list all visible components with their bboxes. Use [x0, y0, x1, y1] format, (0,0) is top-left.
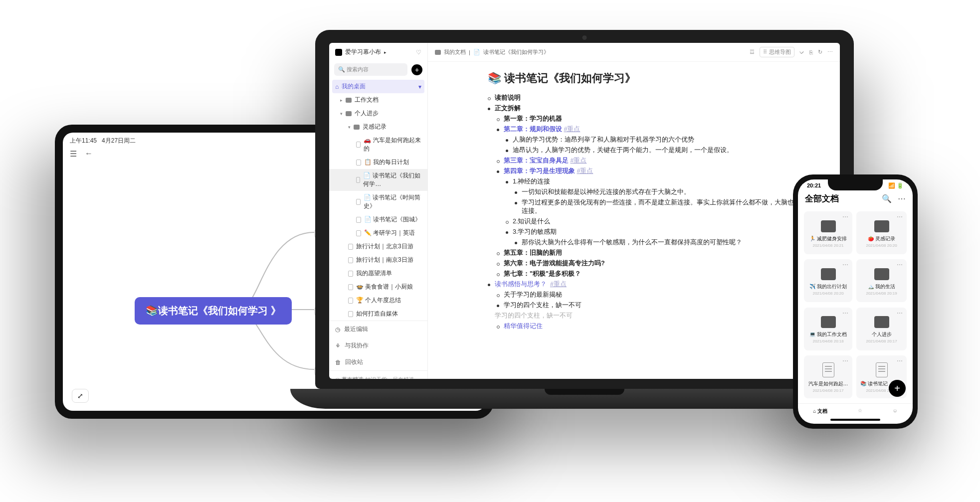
folder-icon	[874, 220, 889, 232]
phone-card[interactable]: ⋯ 💻 我的工作文档 2021/04/08 20:18	[804, 308, 852, 350]
outline-item[interactable]: 学习过程更多的是强化现有的一些连接，而不是建立新连接。事实上你就算什么都不做，大…	[515, 198, 830, 215]
doc-item[interactable]: 🍲 美食食谱｜小厨娘	[329, 280, 427, 294]
sidebar-footer[interactable]: ◎ 幕布精选 知识干货，尽在精选	[329, 370, 427, 379]
document-body[interactable]: 📚 读书笔记《我们如何学习》 读前说明 正文拆解 第一章：学习的机器 第二章：规…	[428, 62, 840, 341]
folder-work[interactable]: ▸工作文档	[329, 93, 427, 107]
phone-device: 20:21 📶 🔋 全部文档 🔍 ⋯ ⋯ 🏃 减肥健身安排 2021/04/08…	[793, 174, 918, 429]
breadcrumb[interactable]: 我的文档 | 📄 读书笔记《我们如何学习》	[435, 48, 549, 56]
outline-item[interactable]: 第七章："积极"是多积极？	[497, 270, 830, 278]
search-input[interactable]: 🔍 搜索内容	[334, 63, 407, 76]
outline-item[interactable]: 第五章：旧脑的新用	[497, 249, 830, 257]
menu-icon[interactable]: ☰	[70, 149, 77, 159]
doc-item[interactable]: 📋 我的每日计划	[329, 156, 427, 169]
outline-item[interactable]: 关于学习的最新揭秘	[497, 291, 830, 299]
refresh-icon[interactable]: ↻	[818, 49, 822, 55]
list-toggle-icon[interactable]: ☲	[750, 49, 755, 55]
more-icon[interactable]: ⋯	[827, 49, 833, 55]
card-more-icon[interactable]: ⋯	[897, 261, 903, 268]
more-icon[interactable]: ⋯	[898, 194, 906, 203]
outline-item[interactable]: 人脑的学习优势：迪昂列举了和人脑相对于机器学习的六个优势	[506, 136, 830, 144]
doc-icon	[876, 362, 888, 377]
outline-item[interactable]: 第三章：宝宝自身具足 #重点	[497, 157, 830, 165]
doc-item[interactable]: 🏆 个人年度总结	[329, 294, 427, 307]
doc-item-active[interactable]: 📄 读书笔记《我们如何学…	[329, 169, 427, 191]
card-more-icon[interactable]: ⋯	[842, 213, 848, 220]
card-date: 2021/04/08 20:19	[866, 291, 897, 296]
outline-note: 学习的四个支柱，缺一不可	[488, 312, 830, 320]
doc-item[interactable]: ✏️ 考研学习｜英语	[329, 226, 427, 240]
tablet-time: 上午11:45	[70, 137, 97, 145]
outline-item[interactable]: 一切知识和技能都是以神经元连接的形式存在于大脑之中。	[515, 188, 830, 196]
phone-page-title: 全部文档	[805, 193, 839, 204]
mindmap-button[interactable]: ⠿思维导图	[760, 47, 794, 57]
doc-icon	[356, 230, 361, 236]
nav-my-desktop[interactable]: ⌂ 我的桌面 ▾	[332, 80, 424, 93]
folder-inspiration[interactable]: ▾灵感记录	[329, 120, 427, 134]
nav-recent[interactable]: ◷最近编辑	[329, 321, 427, 337]
card-more-icon[interactable]: ⋯	[842, 357, 848, 364]
outline-item[interactable]: 迪昂认为，人脑学习的优势，关键在于两个能力。一个是规则，一个是假设。	[506, 146, 830, 155]
folder-personal[interactable]: ▾个人进步	[329, 107, 427, 120]
outline-item[interactable]: 第二章：规则和假设 #重点	[497, 125, 830, 134]
tab-star[interactable]: ☆	[858, 408, 862, 415]
tablet-fullscreen-button[interactable]: ⤢	[72, 389, 89, 403]
doc-icon	[356, 199, 361, 205]
tab-settings[interactable]: ☺	[892, 408, 897, 415]
laptop-camera	[583, 35, 587, 40]
card-date: 2021/04/08 20:21	[812, 243, 843, 248]
card-more-icon[interactable]: ⋯	[842, 310, 848, 317]
compass-icon: ◎	[335, 376, 340, 379]
outline-item[interactable]: 读书感悟与思考？ #重点	[488, 280, 830, 289]
outline-item[interactable]: 2.知识是什么	[506, 217, 830, 226]
card-more-icon[interactable]: ⋯	[897, 310, 903, 317]
phone-card[interactable]: ⋯ 汽车是如何跑起… 2021/04/08 20:17	[804, 355, 852, 398]
doc-item[interactable]: 旅行计划｜北京3日游	[329, 240, 427, 253]
outline-item[interactable]: 第六章：电子游戏能提高专注力吗?	[497, 259, 830, 268]
doc-icon	[348, 244, 353, 250]
outline-item[interactable]: 第一章：学习的机器	[497, 115, 830, 123]
doc-item[interactable]: 我的愿望清单	[329, 267, 427, 280]
card-date: 2021/04/08 20:18	[812, 339, 843, 343]
card-more-icon[interactable]: ⋯	[842, 261, 848, 268]
doc-item[interactable]: 📄 读书笔记《围城》	[329, 213, 427, 226]
add-button[interactable]: +	[411, 64, 422, 75]
card-more-icon[interactable]: ⋯	[897, 213, 903, 220]
outline-item[interactable]: 正文拆解	[488, 104, 830, 113]
tab-docs[interactable]: ⌂ 文档	[813, 408, 827, 415]
outline-item[interactable]: 那你说大脑为什么非得有一个敏感期，为什么不一直都保持高度的可塑性呢？	[515, 238, 830, 247]
mindmap-root-node[interactable]: 📚读书笔记《我们如何学习 》	[135, 297, 292, 325]
doc-icon	[348, 284, 353, 290]
nav-trash[interactable]: 🗑回收站	[329, 354, 427, 370]
phone-card[interactable]: ⋯ 个人进步 2021/04/08 20:17	[856, 308, 907, 350]
card-name: ✈️ 我的出行计划	[808, 283, 848, 290]
doc-item[interactable]: 📄 读书笔记《时间简史》	[329, 191, 427, 213]
share-icon[interactable]: ᨆ	[799, 49, 804, 55]
doc-item[interactable]: 旅行计划｜南京3日游	[329, 253, 427, 267]
phone-grid[interactable]: ⋯ 🏃 减肥健身安排 2021/04/08 20:21⋯ 🍅 灵感记录 2021…	[798, 207, 913, 403]
phone-card[interactable]: ⋯ ✈️ 我的出行计划 2021/04/08 20:20	[804, 259, 852, 302]
outline-item[interactable]: 第四章：学习是生理现象 #重点	[497, 167, 830, 175]
workspace-switcher[interactable]: 爱学习幕小布 ▸	[335, 48, 387, 56]
phone-add-button[interactable]: +	[889, 380, 906, 397]
outline-item[interactable]: 读前说明	[488, 94, 830, 102]
outline-item[interactable]: 学习的四个支柱，缺一不可	[497, 301, 830, 310]
back-icon[interactable]: ←	[85, 149, 93, 159]
outline-item[interactable]: 3.学习的敏感期	[506, 228, 830, 236]
doc-item[interactable]: 🚗 汽车是如何跑起来的	[329, 134, 427, 156]
phone-card[interactable]: ⋯ 🏔️ 我的生活 2021/04/08 20:19	[856, 259, 907, 302]
folder-icon	[435, 50, 441, 55]
card-more-icon[interactable]: ⋯	[897, 357, 903, 364]
bell-icon[interactable]: ♡	[416, 49, 421, 56]
export-icon[interactable]: ⎘	[809, 49, 813, 55]
doc-item[interactable]: 如何打造自媒体	[329, 307, 427, 321]
phone-card[interactable]: ⋯ 🍅 灵感记录 2021/04/08 20:20	[856, 211, 907, 254]
card-name: 🏔️ 我的生活	[860, 283, 903, 290]
phone-card[interactable]: ⋯ 🏃 减肥健身安排 2021/04/08 20:21	[804, 211, 852, 254]
search-icon[interactable]: 🔍	[882, 194, 892, 203]
chevron-down-icon: ▾	[418, 83, 421, 90]
outline-item[interactable]: 1.神经的连接	[506, 177, 830, 186]
nav-collab[interactable]: ⚘与我协作	[329, 337, 427, 354]
outline-item[interactable]: 精华值得记住	[497, 322, 830, 331]
card-name: 🍅 灵感记录	[860, 235, 903, 242]
folder-icon	[346, 111, 352, 116]
